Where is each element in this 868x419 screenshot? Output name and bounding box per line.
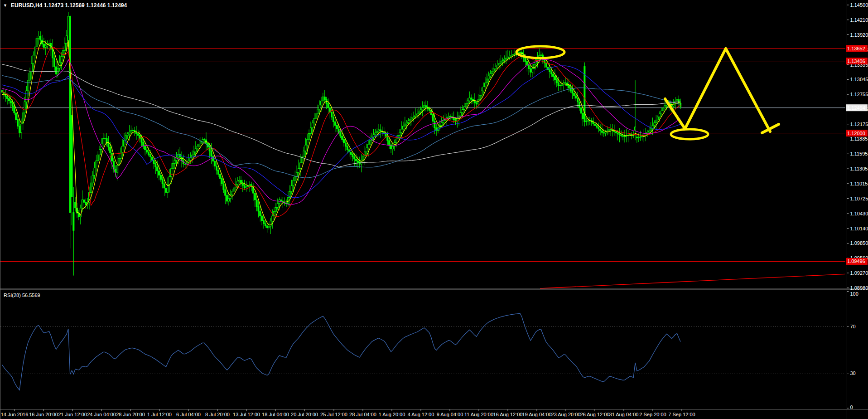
ma-95	[2, 76, 681, 178]
time-tick-label: 14 Jun 2016	[1, 412, 29, 417]
panel-borders	[0, 0, 868, 419]
time-tick-label: 4 Aug 12:00	[408, 412, 434, 417]
price-tick-label: 1.12175	[850, 122, 868, 127]
time-tick-label: 9 Aug 04:00	[437, 412, 463, 417]
price-tick-label: 1.11885	[850, 136, 868, 141]
rsi-tick-label: 0	[850, 404, 853, 410]
time-tick-label: 16 Aug 12:00	[493, 412, 523, 417]
price-level-badge-text: 1.09496	[847, 258, 865, 264]
time-tick-label: 1 Aug 20:00	[379, 412, 405, 417]
analysis-annotations[interactable]	[516, 46, 779, 139]
candlesticks	[1, 12, 681, 276]
ma-28	[2, 59, 681, 205]
time-axis[interactable]: 14 Jun 201616 Jun 20:0021 Jun 12:0024 Ju…	[1, 409, 695, 417]
price-tick-label: 1.12755	[850, 92, 868, 97]
time-tick-label: 6 Jul 04:00	[176, 412, 201, 417]
chart-canvas[interactable]: 1.145001.142101.139201.136251.133351.130…	[0, 0, 868, 419]
time-tick-label: 25 Jul 12:00	[320, 412, 347, 417]
price-level-badge-text: 1.13406	[847, 58, 865, 64]
price-level-badge-text: 1.12494	[847, 105, 865, 111]
time-tick-label: 11 Aug 20:00	[464, 412, 493, 417]
time-tick-label: 28 Jun 20:00	[116, 412, 145, 417]
price-axis[interactable]: 1.145001.142101.139201.136251.133351.130…	[846, 2, 868, 291]
time-tick-label: 26 Aug 12:00	[580, 412, 610, 417]
price-tick-label: 1.10430	[850, 211, 868, 216]
price-level-badge-text: 1.12000	[847, 131, 865, 136]
price-tick-label: 1.09850	[850, 240, 868, 246]
rsi-indicator-panel[interactable]: 10070300	[0, 291, 858, 410]
time-tick-label: 2 Sep 20:00	[639, 412, 666, 417]
time-tick-label: 20 Jul 20:00	[291, 412, 318, 417]
price-tick-label: 1.11305	[850, 166, 868, 171]
ma-13	[2, 47, 681, 217]
highlight-ellipse[interactable]	[671, 129, 708, 139]
time-tick-label: 31 Aug 04:00	[609, 412, 639, 417]
trading-chart-window: 1.145001.142101.139201.136251.133351.130…	[0, 0, 868, 419]
time-tick-label: 7 Sep 12:00	[668, 412, 695, 417]
rsi-label: RSI(28) 56.5569	[4, 292, 40, 298]
rsi-tick-label: 70	[850, 324, 856, 329]
trendline[interactable]	[540, 273, 868, 288]
chart-title: EURUSD,H4 1.12473 1.12569 1.12446 1.1249…	[11, 2, 127, 9]
price-tick-label: 1.09270	[850, 270, 868, 276]
time-tick-label: 18 Jul 04:00	[262, 412, 289, 417]
time-tick-label: 13 Jul 12:00	[233, 412, 260, 417]
price-tick-label: 1.08980	[850, 285, 868, 291]
price-level-badge-text: 1.13652	[847, 46, 865, 51]
price-tick-label: 1.11015	[850, 181, 868, 186]
rsi-tick-label: 100	[850, 291, 858, 297]
time-tick-label: 24 Jun 04:00	[87, 412, 116, 417]
price-tick-label: 1.13045	[850, 77, 868, 82]
time-tick-label: 21 Jun 12:00	[58, 412, 87, 417]
time-tick-label: 23 Aug 20:00	[551, 412, 581, 417]
price-tick-label: 1.10140	[850, 226, 868, 231]
price-tick-label: 1.14500	[850, 2, 868, 8]
price-tick-label: 1.11595	[850, 151, 868, 156]
main-chart-panel[interactable]	[0, 12, 868, 288]
price-tick-label: 1.13920	[850, 32, 868, 38]
ma-45	[2, 66, 681, 198]
symbol-dropdown-icon[interactable]: ▼	[3, 3, 7, 8]
rsi-tick-label: 30	[850, 370, 856, 376]
rsi-line	[2, 313, 681, 390]
time-tick-label: 8 Jul 20:00	[205, 412, 230, 417]
time-tick-label: 19 Aug 04:00	[522, 412, 552, 417]
time-tick-label: 16 Jun 20:00	[29, 412, 58, 417]
time-tick-label: 28 Jul 04:00	[349, 412, 376, 417]
support-resistance-lines[interactable]	[0, 49, 845, 262]
price-tick-label: 1.14210	[850, 17, 868, 23]
price-tick-label: 1.10725	[850, 196, 868, 201]
time-tick-label: 1 Jul 12:00	[147, 412, 172, 417]
